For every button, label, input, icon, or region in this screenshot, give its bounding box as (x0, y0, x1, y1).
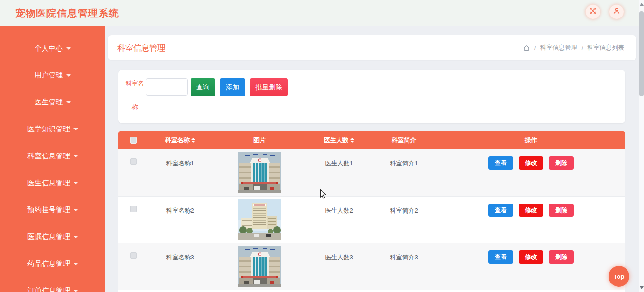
edit-button[interactable]: 修改 (519, 156, 543, 170)
sidebar-item-medical-knowledge[interactable]: 医学知识管理 (0, 116, 105, 143)
sort-icon[interactable] (350, 138, 354, 143)
page-header-card: 科室信息管理 / 科室信息管理 / 科室信息列表 (108, 35, 636, 60)
chevron-down-icon (73, 155, 78, 157)
chevron-down-icon (73, 128, 78, 130)
select-all-checkbox[interactable] (130, 137, 137, 144)
cell-doctor-count: 医生人数3 (307, 243, 371, 290)
cell-department-intro: 科室简介3 (371, 243, 437, 290)
chevron-down-icon (73, 263, 78, 265)
search-input[interactable] (146, 78, 188, 96)
column-header-doctor-count[interactable]: 医生人数 (307, 136, 371, 145)
view-button[interactable]: 查看 (488, 156, 513, 170)
header-actions (585, 4, 624, 19)
sidebar-item-medical-orders[interactable]: 医嘱信息管理 (0, 223, 105, 250)
sidebar: 个人中心 用户管理 医生管理 医学知识管理 科室信息管理 医生信息管理 预约挂号… (0, 26, 105, 292)
column-header-image: 图片 (212, 136, 307, 145)
table-row: 科室名称1 医生人数1 科室简介1 查看 修改 删除 (118, 149, 625, 196)
delete-button[interactable]: 删除 (549, 204, 574, 217)
department-image[interactable] (238, 246, 281, 287)
cell-doctor-count: 医生人数2 (307, 197, 371, 243)
chevron-down-icon (66, 74, 71, 77)
table-header-row: 科室名称 图片 医生人数 科室简介 操作 (118, 131, 625, 149)
screen: 宠物医院信息管理系统 (0, 0, 644, 292)
delete-button[interactable]: 删除 (549, 250, 574, 264)
app-header: 宠物医院信息管理系统 (0, 0, 644, 26)
department-image[interactable] (238, 199, 281, 240)
user-icon (612, 7, 621, 17)
breadcrumb-item[interactable]: 科室信息管理 (540, 43, 577, 52)
chevron-down-icon (73, 290, 78, 292)
breadcrumb-item-current: 科室信息列表 (587, 43, 624, 52)
sidebar-item-appointment[interactable]: 预约挂号管理 (0, 197, 105, 223)
sidebar-item-department-info[interactable]: 科室信息管理 (0, 143, 105, 170)
edit-button[interactable]: 修改 (519, 204, 543, 217)
add-button[interactable]: 添加 (220, 78, 245, 96)
scrollbar-thumb[interactable] (639, 11, 644, 96)
batch-delete-button[interactable]: 批量删除 (250, 78, 288, 96)
sidebar-item-user-management[interactable]: 用户管理 (0, 62, 105, 89)
cell-department-name: 科室名称1 (148, 149, 212, 196)
chevron-down-icon (66, 47, 71, 50)
fullscreen-button[interactable] (585, 4, 600, 19)
view-button[interactable]: 查看 (488, 204, 513, 217)
chevron-down-icon (73, 236, 78, 238)
column-header-actions: 操作 (437, 136, 625, 145)
breadcrumb: / 科室信息管理 / 科室信息列表 (523, 43, 624, 52)
fullscreen-icon (589, 7, 597, 17)
department-image[interactable] (238, 152, 281, 193)
sort-icon[interactable] (191, 138, 195, 143)
page-title: 科室信息管理 (117, 43, 165, 53)
row-checkbox[interactable] (130, 206, 137, 212)
app-title: 宠物医院信息管理系统 (15, 7, 119, 20)
search-label: 科室名称 (124, 72, 146, 119)
scroll-down-arrow[interactable] (640, 286, 644, 289)
row-checkbox[interactable] (130, 252, 137, 259)
sidebar-item-order-info[interactable]: 订单信息管理 (0, 277, 105, 292)
row-checkbox[interactable] (130, 158, 137, 165)
column-header-intro: 科室简介 (371, 136, 437, 145)
table-row: 科室名称3 医生人数3 科室简介3 查看 修改 删除 (118, 243, 625, 290)
sidebar-item-doctor-info[interactable]: 医生信息管理 (0, 170, 105, 197)
view-button[interactable]: 查看 (488, 250, 513, 264)
home-icon[interactable] (523, 44, 530, 52)
cell-department-name: 科室名称2 (148, 197, 212, 243)
scrollbar[interactable] (639, 0, 644, 292)
back-to-top-button[interactable]: Top (609, 266, 629, 287)
chevron-down-icon (66, 101, 71, 103)
user-profile-button[interactable] (609, 4, 624, 19)
cell-department-name: 科室名称3 (148, 243, 212, 290)
cell-doctor-count: 医生人数1 (307, 149, 371, 196)
sidebar-item-personal-center[interactable]: 个人中心 (0, 35, 105, 62)
data-table: 科室名称 图片 医生人数 科室简介 操作 科室名称1 医生人数1 科室简介1 查… (118, 131, 625, 292)
delete-button[interactable]: 删除 (549, 156, 574, 170)
column-header-name[interactable]: 科室名称 (148, 136, 212, 145)
chevron-down-icon (73, 209, 78, 211)
table-row: 科室名称2 医生人数2 科室简介2 查看 修改 删除 (118, 196, 625, 243)
scroll-up-arrow[interactable] (640, 3, 644, 6)
edit-button[interactable]: 修改 (519, 250, 543, 264)
query-button[interactable]: 查询 (191, 78, 215, 96)
sidebar-item-drug-info[interactable]: 药品信息管理 (0, 250, 105, 277)
chevron-down-icon (73, 182, 78, 184)
sidebar-item-doctor-management[interactable]: 医生管理 (0, 89, 105, 116)
cell-department-intro: 科室简介1 (371, 149, 437, 196)
cell-department-intro: 科室简介2 (371, 197, 437, 243)
search-panel: 科室名称 查询 添加 批量删除 (118, 70, 625, 123)
